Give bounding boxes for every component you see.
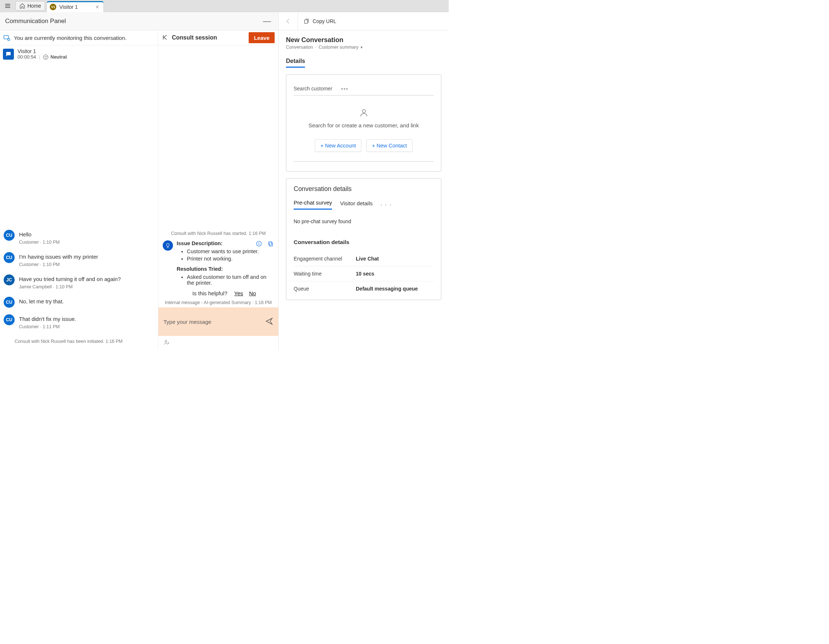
back-button[interactable]: [284, 17, 293, 25]
detail-value: 10 secs: [356, 271, 375, 277]
system-message: Consult with Nick Russell has been initi…: [4, 337, 154, 346]
subtab-visitor-details[interactable]: Visitor details: [340, 200, 373, 209]
comm-panel-header: Communication Panel —: [0, 12, 278, 30]
prechat-empty-text: No pre-chat survey found: [294, 218, 434, 224]
svg-rect-8: [305, 20, 307, 24]
consult-subheader: You are currently monitoring this conver…: [0, 30, 278, 45]
conversation-details-header: Conversation details: [294, 185, 434, 193]
avatar: CU: [4, 230, 15, 241]
tab-close[interactable]: [94, 4, 101, 10]
message-text: No, let me try that.: [19, 297, 64, 305]
issue-item: Customer wants to use printer.: [187, 248, 274, 254]
tab-visitor[interactable]: V1 Visitor 1: [46, 1, 104, 12]
monitor-icon: [3, 34, 10, 41]
leave-button[interactable]: Leave: [249, 32, 275, 43]
detail-row: Engagement channel Live Chat: [294, 251, 434, 267]
chat-message: CU That didn't fix my issue. Customer · …: [4, 314, 154, 335]
tab-home-label: Home: [27, 3, 41, 9]
right-toolbar: Copy URL: [279, 12, 449, 30]
subtab-more[interactable]: . . .: [381, 200, 392, 209]
ai-summary-card: Issue Description: Customer wants to use…: [163, 240, 274, 300]
svg-rect-4: [258, 243, 259, 245]
copy-url-icon: [303, 18, 310, 25]
svg-point-7: [165, 340, 167, 342]
conversation-details-card: Conversation details Pre-chat survey Vis…: [286, 178, 441, 300]
arrow-left-icon: [285, 18, 292, 25]
svg-rect-5: [270, 243, 273, 246]
svg-rect-6: [269, 242, 272, 245]
new-contact-button[interactable]: + New Contact: [366, 139, 413, 152]
lightbulb-icon: [163, 240, 173, 251]
subtab-prechat[interactable]: Pre-chat survey: [294, 199, 332, 210]
minimize-button[interactable]: —: [261, 15, 273, 27]
resolutions-label: Resolutions Tried:: [177, 266, 274, 272]
send-button[interactable]: [265, 317, 273, 327]
chevron-down-icon[interactable]: ▾: [361, 45, 363, 50]
back-to-start-icon[interactable]: [162, 34, 168, 42]
detail-key: Queue: [294, 286, 356, 292]
avatar: CU: [4, 252, 15, 263]
helpful-question: Is this helpful?: [192, 290, 227, 297]
person-icon: [294, 108, 434, 118]
message-text: I'm having issues with my printer: [19, 252, 98, 260]
new-account-button[interactable]: + New Account: [315, 139, 361, 152]
message-meta: Customer · 1:10 PM: [19, 262, 98, 267]
customer-search-card: Search customer --- Search for or create…: [286, 74, 441, 172]
breadcrumb-current[interactable]: Customer summary: [318, 45, 358, 50]
detail-key: Waiting time: [294, 271, 356, 277]
svg-rect-0: [4, 35, 9, 39]
avatar: CU: [4, 297, 15, 308]
details-tab[interactable]: Details: [286, 58, 305, 68]
page-title: New Conversation: [286, 36, 441, 44]
info-icon[interactable]: [255, 240, 262, 248]
svg-point-9: [362, 109, 365, 113]
copy-icon[interactable]: [267, 240, 274, 248]
consult-started-text: Consult with Nick Russell has started. 1…: [163, 231, 274, 236]
monitoring-text: You are currently monitoring this conver…: [14, 35, 126, 41]
copy-url-label: Copy URL: [313, 18, 336, 24]
message-meta: Customer · 1:10 PM: [19, 240, 60, 245]
message-meta: Jamie Campbell · 1:10 PM: [19, 284, 121, 289]
tab-visitor-label: Visitor 1: [59, 4, 77, 10]
chat-message: CU No, let me try that.: [4, 297, 154, 308]
ai-footer-meta: Internal message - AI-generated Summary …: [163, 300, 274, 305]
breadcrumb-parent: Conversation: [286, 45, 313, 50]
chat-transcript: CU Hello Customer · 1:10 PM CU I'm havin…: [0, 63, 158, 350]
tab-home[interactable]: Home: [15, 1, 45, 11]
message-text: Have you tried turning it off and on aga…: [19, 275, 121, 282]
send-icon: [265, 317, 273, 325]
helpful-yes[interactable]: Yes: [234, 290, 243, 297]
add-people-button[interactable]: [164, 339, 170, 347]
neutral-face-icon: [43, 55, 48, 60]
tab-bar: Home V1 Visitor 1: [0, 0, 449, 12]
detail-row: Waiting time 10 secs: [294, 267, 434, 281]
compose-input[interactable]: [164, 319, 262, 325]
detail-value: Live Chat: [356, 256, 379, 262]
session-tile[interactable]: Visitor 1 00:00:54 | Neutral: [0, 45, 158, 63]
chat-message: CU Hello Customer · 1:10 PM: [4, 230, 154, 250]
message-text: Hello: [19, 230, 60, 237]
compose-toolbar: [158, 336, 278, 350]
issue-description-label: Issue Description:: [177, 240, 223, 246]
chat-channel-icon: [3, 49, 14, 60]
divider: [298, 12, 298, 30]
search-customer-label: Search customer: [294, 85, 333, 92]
sentiment-indicator: Neutral: [43, 54, 67, 60]
svg-point-1: [8, 38, 10, 41]
search-customer-value[interactable]: ---: [341, 85, 348, 92]
chat-message: JC Have you tried turning it off and on …: [4, 275, 154, 295]
session-name: Visitor 1: [17, 48, 67, 54]
monitoring-banner: You are currently monitoring this conver…: [0, 30, 158, 45]
conversation-details-subheader: Conversation details: [294, 239, 434, 246]
svg-point-3: [258, 242, 259, 243]
detail-key: Engagement channel: [294, 256, 356, 262]
helpful-no[interactable]: No: [249, 290, 256, 297]
resolution-item: Asked customer to turn off and on the pr…: [187, 274, 274, 286]
consult-session-label: Consult session: [172, 35, 217, 41]
copy-url-button[interactable]: Copy URL: [303, 18, 336, 25]
tab-avatar: V1: [50, 4, 56, 10]
home-icon: [19, 3, 25, 9]
hamburger-menu[interactable]: [2, 1, 14, 11]
add-people-icon: [164, 339, 170, 346]
avatar: JC: [4, 275, 15, 286]
